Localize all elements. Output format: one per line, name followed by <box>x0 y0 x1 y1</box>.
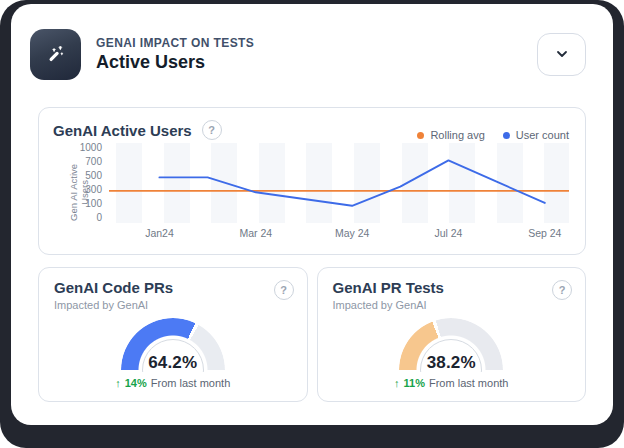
chevron-down-icon <box>554 46 570 62</box>
help-icon[interactable]: ? <box>552 280 572 300</box>
y-axis-title-line2: Users <box>79 152 90 232</box>
legend-label: User count <box>516 129 569 141</box>
x-tick: Jul 24 <box>434 227 462 239</box>
code-prs-card: GenAI Code PRs Impacted by GenAI ? 64.2%… <box>38 267 308 402</box>
widget-eyebrow: GENAI IMPACT ON TESTS <box>96 36 537 50</box>
pr-tests-card: GenAI PR Tests Impacted by GenAI ? 38.2%… <box>317 267 587 402</box>
gauge-value: 64.2% <box>143 353 203 372</box>
y-axis-title-line1: Gen AI Active <box>68 152 79 232</box>
user-count-dot-icon <box>503 132 510 139</box>
header-text: GENAI IMPACT ON TESTS Active Users <box>96 36 537 73</box>
help-icon[interactable]: ? <box>274 280 294 300</box>
chart-title: GenAI Active Users <box>53 122 192 139</box>
delta-row: ↑ 14% From last month <box>54 377 292 389</box>
x-tick: Jan24 <box>145 227 174 239</box>
magic-wand-icon <box>43 41 69 67</box>
plot-column: Jan24 Mar 24 May 24 Jul 24 Sep 24 <box>109 143 569 241</box>
rolling-avg-dot-icon <box>417 132 424 139</box>
delta-row: ↑ 11% From last month <box>333 377 571 389</box>
gauge-card-subtitle: Impacted by GenAI <box>333 299 571 311</box>
x-axis-ticks: Jan24 Mar 24 May 24 Jul 24 Sep 24 <box>109 223 569 241</box>
chart-region: Gen AI Active Users 1000 700 500 300 100… <box>53 143 569 241</box>
up-arrow-icon: ↑ <box>115 377 121 389</box>
help-icon[interactable]: ? <box>202 120 222 140</box>
chart-title-row: GenAI Active Users ? Rolling avg User co… <box>53 119 569 141</box>
delta-note: From last month <box>151 377 230 389</box>
line-chart-svg <box>109 143 569 223</box>
gauge-card-title: GenAI Code PRs <box>54 279 292 296</box>
gauge-cards-row: GenAI Code PRs Impacted by GenAI ? 64.2%… <box>38 267 586 402</box>
header: GENAI IMPACT ON TESTS Active Users <box>30 28 586 80</box>
up-arrow-icon: ↑ <box>394 377 400 389</box>
screenshot-stage: GENAI IMPACT ON TESTS Active Users GenAI… <box>0 0 624 448</box>
active-users-chart-card: GenAI Active Users ? Rolling avg User co… <box>38 107 586 255</box>
legend-item-user-count[interactable]: User count <box>503 129 569 141</box>
x-tick: Sep 24 <box>528 227 561 239</box>
delta-note: From last month <box>429 377 508 389</box>
pr-tests-gauge: 38.2% <box>399 318 503 372</box>
page-title: Active Users <box>96 52 537 73</box>
y-tick: 0 <box>96 213 102 223</box>
y-axis-title: Gen AI Active Users <box>53 143 77 241</box>
chart-legend: Rolling avg User count <box>417 129 569 141</box>
gauge-card-subtitle: Impacted by GenAI <box>54 299 292 311</box>
gauge-value: 38.2% <box>421 353 481 372</box>
legend-label: Rolling avg <box>430 129 484 141</box>
gauge-card-title: GenAI PR Tests <box>333 279 571 296</box>
delta-percent: 11% <box>404 377 425 389</box>
legend-item-rolling-avg[interactable]: Rolling avg <box>417 129 484 141</box>
widget-window: GENAI IMPACT ON TESTS Active Users GenAI… <box>11 4 613 425</box>
x-tick: May 24 <box>335 227 369 239</box>
app-icon <box>30 29 81 80</box>
x-tick: Mar 24 <box>239 227 272 239</box>
delta-percent: 14% <box>125 377 147 389</box>
line-plot-area[interactable] <box>109 143 569 223</box>
collapse-button[interactable] <box>537 33 586 76</box>
code-prs-gauge: 64.2% <box>121 318 225 372</box>
